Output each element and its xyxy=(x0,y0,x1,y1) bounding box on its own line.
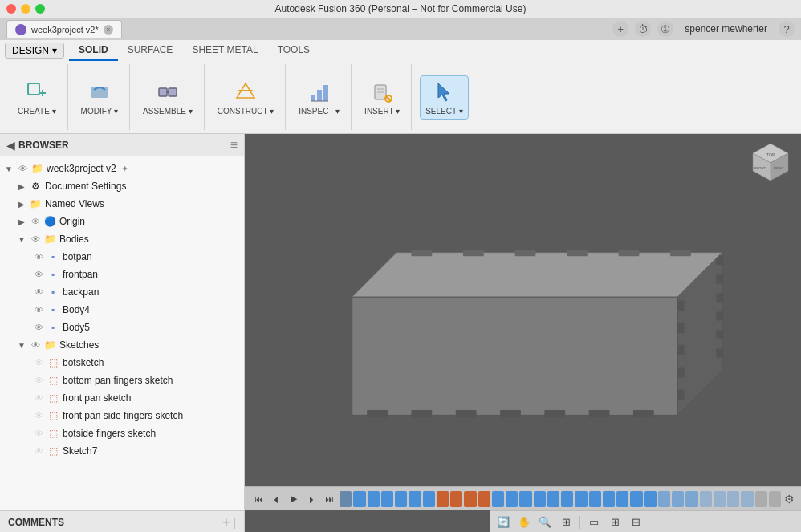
browser-collapse-button[interactable]: ◀ xyxy=(6,139,15,152)
viewcube[interactable]: TOP RIGHT FRONT xyxy=(746,140,795,189)
close-traffic-light[interactable] xyxy=(6,4,16,14)
construct-button[interactable]: CONSTRUCT ▾ xyxy=(213,76,279,119)
eye-icon-botpan[interactable]: 👁 xyxy=(32,250,45,263)
tab-solid[interactable]: SOLID xyxy=(69,40,118,61)
tab-close-button[interactable]: × xyxy=(104,25,113,35)
tl-item-23[interactable] xyxy=(644,491,657,507)
insert-button[interactable]: INSERT ▾ xyxy=(360,76,405,119)
tl-item-11[interactable] xyxy=(478,491,490,507)
active-tab[interactable]: week3project v2* × xyxy=(6,20,122,38)
new-tab-button[interactable]: + xyxy=(612,21,628,37)
tl-item-28[interactable] xyxy=(714,491,726,507)
tree-item-body4[interactable]: 👁 ▪ Body4 xyxy=(0,301,244,319)
tl-item-14[interactable] xyxy=(519,491,531,507)
tl-item-9[interactable] xyxy=(450,491,462,507)
tree-item-bodies[interactable]: ▼ 👁 📁 Bodies xyxy=(0,230,244,248)
tl-item-15[interactable] xyxy=(534,491,546,507)
tree-item-backpan[interactable]: 👁 ▪ backpan xyxy=(0,283,244,301)
eye-icon-body4[interactable]: 👁 xyxy=(32,303,45,316)
new-component-button[interactable]: CREATE ▾ xyxy=(13,76,61,119)
timeline-prev-button[interactable]: ⏴ xyxy=(269,492,283,506)
tl-item-2[interactable] xyxy=(353,491,365,507)
grid-settings-button[interactable]: ⊟ xyxy=(627,514,644,531)
tab-sheet-metal[interactable]: SHEET METAL xyxy=(182,40,267,61)
tl-item-12[interactable] xyxy=(492,491,504,507)
tree-item-root[interactable]: ▼ 👁 📁 week3project v2 ✦ xyxy=(0,160,244,177)
tree-item-named-views[interactable]: ▶ 📁 Named Views xyxy=(0,195,244,213)
eye-icon-sketch7[interactable]: 👁 xyxy=(32,445,45,457)
tree-item-botsketch[interactable]: 👁 ⬚ botsketch xyxy=(0,354,244,372)
tab-surface[interactable]: SURFACE xyxy=(118,40,183,61)
tl-item-20[interactable] xyxy=(603,491,615,507)
inspect-button[interactable]: INSPECT ▾ xyxy=(294,76,344,119)
tree-item-sketches[interactable]: ▼ 👁 📁 Sketches xyxy=(0,336,244,354)
tl-item-10[interactable] xyxy=(464,491,476,507)
assemble-button[interactable]: ASSEMBLE ▾ xyxy=(138,76,197,119)
tl-item-31[interactable] xyxy=(755,491,767,507)
tl-item-6[interactable] xyxy=(409,491,421,507)
tl-item-29[interactable] xyxy=(727,491,739,507)
grid-button[interactable]: ⊞ xyxy=(606,514,624,531)
browser-expand-button[interactable]: ≡ xyxy=(230,138,238,152)
tl-item-21[interactable] xyxy=(616,491,628,507)
pan-button[interactable]: ✋ xyxy=(515,514,533,531)
tl-item-17[interactable] xyxy=(561,491,573,507)
tree-item-bot-fingers[interactable]: 👁 ⬚ bottom pan fingers sketch xyxy=(0,372,244,389)
tree-item-frontpan[interactable]: 👁 ▪ frontpan xyxy=(0,266,244,283)
timeline-play-button[interactable]: ▶ xyxy=(287,492,301,506)
tree-chevron-origin[interactable]: ▶ xyxy=(16,216,27,227)
eye-icon-sketches[interactable]: 👁 xyxy=(29,339,42,351)
timeline-start-button[interactable]: ⏮ xyxy=(251,492,266,506)
history-button[interactable]: ⏱ xyxy=(635,21,651,37)
fullscreen-traffic-light[interactable] xyxy=(35,4,45,14)
tl-item-25[interactable] xyxy=(672,491,684,507)
cloud-save-button[interactable]: ① xyxy=(657,21,673,37)
eye-icon-frontpan[interactable]: 👁 xyxy=(32,268,45,281)
tl-item-26[interactable] xyxy=(685,491,697,507)
tl-item-8[interactable] xyxy=(437,491,449,507)
eye-icon-botside[interactable]: 👁 xyxy=(32,427,45,440)
timeline-end-button[interactable]: ⏭ xyxy=(322,492,336,506)
tab-tools[interactable]: TOOLS xyxy=(268,40,319,61)
tree-chevron-sketches[interactable]: ▼ xyxy=(16,339,27,351)
tl-item-3[interactable] xyxy=(368,491,380,507)
tl-item-4[interactable] xyxy=(381,491,393,507)
tl-item-1[interactable] xyxy=(340,491,352,507)
tl-item-18[interactable] xyxy=(575,491,587,507)
help-button[interactable]: ? xyxy=(779,21,795,37)
comments-add-button[interactable]: + xyxy=(222,515,230,530)
tl-item-7[interactable] xyxy=(423,491,435,507)
fit-button[interactable]: ⊞ xyxy=(557,514,575,531)
tree-chevron-bodies[interactable]: ▼ xyxy=(16,234,27,245)
design-dropdown-button[interactable]: DESIGN ▾ xyxy=(5,43,64,59)
tree-chevron-doc[interactable]: ▶ xyxy=(16,181,27,192)
timeline-next-button[interactable]: ⏵ xyxy=(304,492,319,506)
tree-item-body5[interactable]: 👁 ▪ Body5 xyxy=(0,319,244,336)
tree-chevron-root[interactable]: ▼ xyxy=(3,163,14,174)
tree-chevron-named[interactable]: ▶ xyxy=(16,198,27,209)
select-button[interactable]: SELECT ▾ xyxy=(420,75,469,120)
eye-icon-backpan[interactable]: 👁 xyxy=(32,286,45,298)
tl-item-16[interactable] xyxy=(547,491,559,507)
pan-orbit-button[interactable]: 🔄 xyxy=(494,514,512,531)
tl-item-22[interactable] xyxy=(630,491,642,507)
tl-item-19[interactable] xyxy=(589,491,601,507)
viewport[interactable]: TOP RIGHT FRONT xyxy=(245,134,801,532)
tl-item-13[interactable] xyxy=(506,491,518,507)
tree-item-doc-settings[interactable]: ▶ ⚙ Document Settings xyxy=(0,177,244,195)
tl-item-24[interactable] xyxy=(658,491,670,507)
timeline-settings-button[interactable]: ⚙ xyxy=(784,493,795,506)
eye-icon-origin[interactable]: 👁 xyxy=(29,215,42,228)
zoom-button[interactable]: 🔍 xyxy=(536,514,554,531)
tl-item-5[interactable] xyxy=(395,491,407,507)
eye-icon-front-pan[interactable]: 👁 xyxy=(32,392,45,404)
eye-icon-bodies[interactable]: 👁 xyxy=(29,233,42,246)
tree-item-botpan[interactable]: 👁 ▪ botpan xyxy=(0,248,244,266)
tree-item-front-pan[interactable]: 👁 ⬚ front pan sketch xyxy=(0,389,244,407)
tree-item-sketch7[interactable]: 👁 ⬚ Sketch7 xyxy=(0,442,244,460)
tree-item-front-side[interactable]: 👁 ⬚ front pan side fingers sketch xyxy=(0,407,244,424)
tree-item-botside[interactable]: 👁 ⬚ botside fingers sketch xyxy=(0,424,244,442)
tree-item-origin[interactable]: ▶ 👁 🔵 Origin xyxy=(0,213,244,230)
eye-icon-botsketch[interactable]: 👁 xyxy=(32,356,45,369)
tl-item-30[interactable] xyxy=(741,491,753,507)
